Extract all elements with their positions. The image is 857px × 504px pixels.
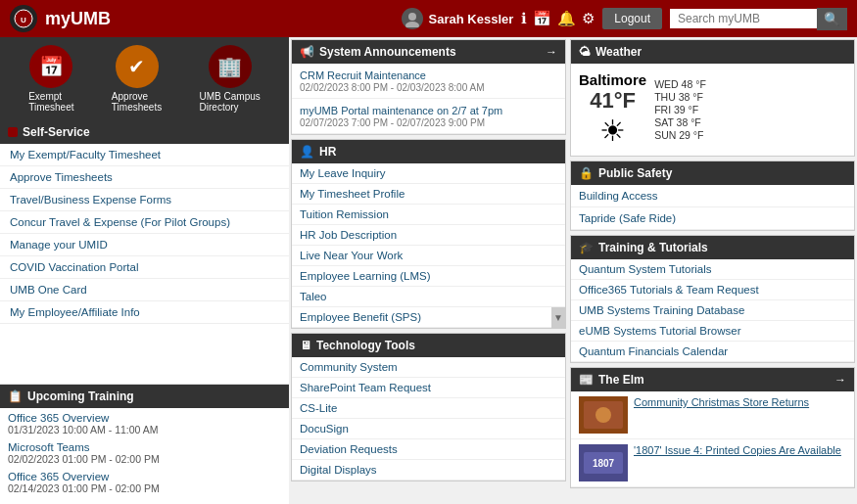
approve-timesheets-icon: ✔	[116, 45, 159, 88]
elm-thumb-2: 1807	[579, 444, 628, 481]
umb-directory-icon: 🏢	[209, 45, 252, 88]
self-service-widget: Self-Service My Exempt/Faculty Timesheet…	[0, 120, 289, 384]
exempt-timesheet-icon: 📅	[29, 45, 72, 88]
list-item[interactable]: Digital Displays	[292, 460, 565, 481]
list-item[interactable]: HR Job Description	[292, 225, 565, 246]
hr-list: My Leave Inquiry My Timesheet Profile Tu…	[292, 163, 565, 328]
list-item[interactable]: UMB One Card	[0, 279, 289, 301]
technology-tools-icon: 🖥	[300, 339, 311, 352]
calendar-icon[interactable]: 📅	[533, 10, 551, 27]
list-item[interactable]: Concur Travel & Expense (For Pilot Group…	[0, 211, 289, 234]
announcements-widget: 📢 System Announcements → CRM Recruit Mai…	[291, 39, 566, 135]
elm-item: Community Christmas Store Returns	[571, 391, 854, 439]
training-item: Office 365 Overview 02/14/2023 01:00 PM …	[8, 471, 281, 494]
training-item-title[interactable]: Microsoft Teams	[8, 441, 281, 453]
list-item[interactable]: DocuSign	[292, 419, 565, 439]
list-item[interactable]: Tapride (Safe Ride)	[571, 207, 854, 230]
elm-item-link[interactable]: '1807' Issue 4: Printed Copies Are Avail…	[634, 444, 841, 456]
logo-icon: U	[10, 5, 37, 32]
list-item[interactable]: Quantum System Tutorials	[571, 259, 854, 280]
bell-icon[interactable]: 🔔	[557, 10, 576, 27]
list-item[interactable]: My Leave Inquiry	[292, 163, 565, 184]
weather-temp: 41°F	[579, 88, 646, 114]
elm-items-list: Community Christmas Store Returns 1807 '…	[571, 391, 854, 487]
self-service-title: Self-Service	[23, 125, 90, 139]
forecast-wed: WED 48 °F	[654, 78, 706, 90]
training-item-date: 02/14/2023 01:00 PM - 02:00 PM	[8, 482, 281, 494]
list-item[interactable]: CS-Lite	[292, 398, 565, 419]
elm-arrow[interactable]: →	[834, 373, 846, 387]
weather-forecasts: WED 48 °F THU 38 °F FRI 39 °F SAT 38 °F …	[654, 78, 706, 142]
list-item[interactable]: Employee Learning (LMS)	[292, 266, 565, 287]
svg-point-2	[408, 13, 416, 21]
public-safety-list: Building Access Tapride (Safe Ride)	[571, 185, 854, 230]
self-service-header: Self-Service	[0, 120, 289, 144]
app-title: myUMB	[45, 9, 111, 29]
list-item[interactable]: My Exempt/Faculty Timesheet	[0, 144, 289, 166]
list-item[interactable]: My Employee/Affiliate Info	[0, 301, 289, 324]
logout-button[interactable]: Logout	[602, 8, 662, 29]
list-item[interactable]: Tuition Remission	[292, 205, 565, 225]
svg-text:U: U	[21, 16, 26, 24]
user-avatar	[402, 8, 423, 29]
technology-tools-list: Community System SharePoint Team Request…	[292, 357, 565, 481]
public-safety-title: Public Safety	[598, 166, 672, 180]
approve-timesheets-button[interactable]: ✔ ApproveTimesheets	[112, 45, 162, 113]
list-item[interactable]: eUMB Systems Tutorial Browser	[571, 321, 854, 342]
info-icon[interactable]: ℹ	[521, 10, 527, 27]
list-item[interactable]: Travel/Business Expense Forms	[0, 189, 289, 211]
list-item[interactable]: Deviation Requests	[292, 439, 565, 460]
announcement-link[interactable]: myUMB Portal maintenance on 2/7 at 7pm	[300, 105, 502, 116]
main-content: 📅 ExemptTimesheet ✔ ApproveTimesheets 🏢 …	[0, 37, 857, 504]
weather-sun-icon: ☀	[579, 114, 646, 148]
hr-title: HR	[319, 145, 336, 159]
announcements-arrow[interactable]: →	[546, 45, 557, 59]
exempt-timesheet-button[interactable]: 📅 ExemptTimesheet	[28, 45, 73, 113]
list-item[interactable]: Community System	[292, 357, 565, 378]
umb-directory-button[interactable]: 🏢 UMB CampusDirectory	[200, 45, 261, 113]
list-item[interactable]: Employee Benefit (SPS)	[292, 307, 551, 328]
elm-item-link[interactable]: Community Christmas Store Returns	[634, 396, 809, 408]
the-elm-title: The Elm	[598, 373, 644, 387]
exempt-timesheet-label: ExemptTimesheet	[28, 91, 73, 113]
forecast-sun: SUN 29 °F	[654, 129, 706, 141]
training-item: Office 365 Overview 01/31/2023 10:00 AM …	[8, 412, 281, 435]
weather-widget: 🌤 Weather Baltimore 41°F ☀ WED 48 °F THU…	[570, 39, 855, 157]
gear-icon[interactable]: ⚙	[582, 10, 595, 27]
right-column: 🌤 Weather Baltimore 41°F ☀ WED 48 °F THU…	[568, 37, 857, 504]
training-item-date: 02/02/2023 01:00 PM - 02:00 PM	[8, 453, 281, 465]
list-item[interactable]: Live Near Your Work	[292, 246, 565, 266]
training-item-date: 01/31/2023 10:00 AM - 11:00 AM	[8, 424, 281, 435]
announcements-list: CRM Recruit Maintenance 02/02/2023 8:00 …	[292, 64, 565, 134]
announcement-link[interactable]: CRM Recruit Maintenance	[300, 69, 426, 81]
list-item[interactable]: Approve Timesheets	[0, 166, 289, 189]
left-column: 📅 ExemptTimesheet ✔ ApproveTimesheets 🏢 …	[0, 37, 289, 504]
list-item[interactable]: COVID Vaccination Portal	[0, 256, 289, 279]
weather-title: Weather	[595, 45, 642, 59]
public-safety-widget: 🔒 Public Safety Building Access Tapride …	[570, 160, 855, 231]
public-safety-icon: 🔒	[579, 166, 594, 180]
search-input[interactable]	[670, 9, 817, 28]
technology-tools-widget: 🖥 Technology Tools Community System Shar…	[291, 333, 566, 481]
list-item[interactable]: Building Access	[571, 185, 854, 207]
elm-item: 1807 '1807' Issue 4: Printed Copies Are …	[571, 439, 854, 487]
forecast-fri: FRI 39 °F	[654, 104, 706, 115]
training-item-title[interactable]: Office 365 Overview	[8, 471, 281, 482]
the-elm-widget: 📰 The Elm → Community Christmas Store Re…	[570, 367, 855, 488]
elm-icon: 📰	[579, 373, 594, 387]
announcement-item: CRM Recruit Maintenance 02/02/2023 8:00 …	[292, 64, 565, 99]
list-item[interactable]: Manage your UMID	[0, 234, 289, 256]
list-item[interactable]: Office365 Tutorials & Team Request	[571, 280, 854, 300]
weather-body: Baltimore 41°F ☀ WED 48 °F THU 38 °F FRI…	[571, 64, 854, 156]
training-item: Microsoft Teams 02/02/2023 01:00 PM - 02…	[8, 441, 281, 465]
list-item[interactable]: SharePoint Team Request	[292, 378, 565, 398]
list-item[interactable]: Taleo	[292, 287, 565, 307]
forecast-thu: THU 38 °F	[654, 91, 706, 103]
header-icons: ℹ 📅 🔔 ⚙	[521, 10, 595, 27]
training-item-title[interactable]: Office 365 Overview	[8, 412, 281, 424]
search-button[interactable]: 🔍	[817, 8, 847, 30]
hr-widget: 👤 HR My Leave Inquiry My Timesheet Profi…	[291, 139, 566, 329]
list-item[interactable]: UMB Systems Training Database	[571, 300, 854, 321]
list-item[interactable]: Quantum Financials Calendar	[571, 342, 854, 362]
list-item[interactable]: My Timesheet Profile	[292, 184, 565, 205]
